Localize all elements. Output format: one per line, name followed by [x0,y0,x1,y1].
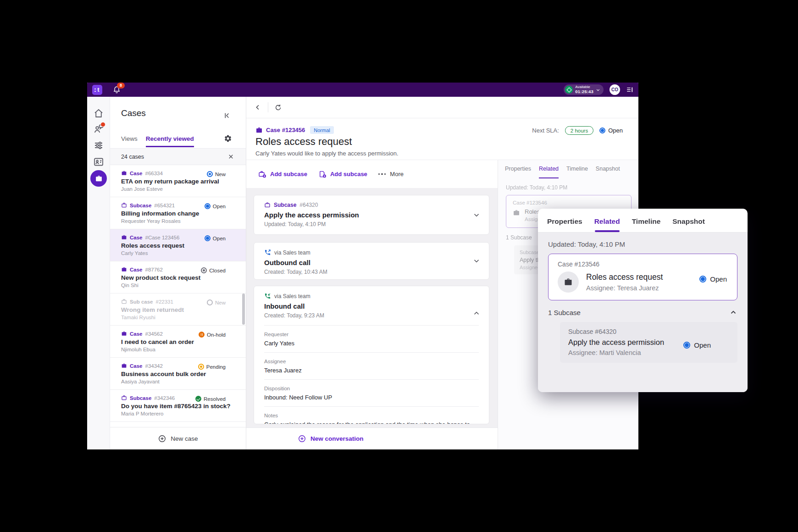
subcase-type: Subcase [274,202,296,208]
chevron-down-icon[interactable] [472,211,481,219]
side-panel-tabs: Properties Related Timeline Snapshot [498,160,638,178]
tab-recently-viewed[interactable]: Recently viewed [146,135,194,147]
case-list-item[interactable]: Case#34342 Business account bulk order A… [110,358,246,390]
case-type: Case [130,267,143,272]
logo-glyph: t [95,87,99,93]
inbound-call-meta: Created: Today, 9:23 AM [264,312,479,319]
panel-toggle-icon[interactable] [626,86,634,94]
overlay-body: Updated: Today, 4:10 PM Case #123546 Rol… [538,233,748,392]
agents-icon[interactable] [93,123,104,134]
case-list-item[interactable]: Case#66334 ETA on my return package arri… [110,165,246,197]
field-requester: Requester Carly Yates [264,325,479,352]
status-label: Open [213,236,226,241]
tab-properties[interactable]: Properties [547,217,582,232]
inbound-call-icon [264,293,271,299]
tab-related[interactable]: Related [594,217,620,232]
case-title: New product stock request [121,274,226,281]
case-nav-toolbar [246,97,638,118]
case-list-item[interactable]: Case#87762 New product stock request Qin… [110,261,246,294]
case-subtitle: Tamaki Ryushi [121,315,226,320]
notifications-button[interactable]: 8 [112,85,122,94]
talkdesk-logo[interactable]: t [92,85,102,95]
field-notes: Notes Carly explained the reason for the… [264,406,479,424]
plus-circle-icon [298,434,306,443]
overlay-tabs: Properties Related Timeline Snapshot [538,209,748,233]
outbound-call-card[interactable]: via Sales team Outbound call Created: To… [254,242,489,280]
inbound-call-card[interactable]: via Sales team Inbound call Created: Tod… [254,286,489,424]
tab-related[interactable]: Related [539,166,559,178]
related-case-card[interactable]: Case #123546 Roles access request Assign… [548,254,737,300]
case-type: Subcase [130,395,151,401]
chevron-down-icon[interactable] [472,257,481,265]
case-id: #34342 [145,363,163,369]
case-icon [255,127,263,134]
case-subtitle: Juan Jose Esteve [121,186,226,192]
subcase-id: #64320 [299,202,318,208]
user-avatar[interactable]: CO [610,84,620,95]
case-title: ETA on my return package arrival [121,178,226,185]
cases-tabs: Views Recently viewed [121,135,194,147]
more-button[interactable]: More [378,171,404,177]
tab-snapshot[interactable]: Snapshot [672,217,705,232]
case-id: #66334 [145,171,163,176]
tab-properties[interactable]: Properties [505,166,531,178]
case-list-item[interactable]: Case#34562 I need to cancel an order Nji… [110,326,246,358]
status-label: Open [694,341,711,349]
refresh-icon[interactable] [274,104,282,111]
chevron-up-icon[interactable] [472,309,481,317]
workflow-icon[interactable] [93,140,104,151]
subcase-card[interactable]: Subcase #64320 Apply the access permissi… [254,195,489,235]
briefcase-plus-icon [258,170,266,178]
conversation-list: Subcase #64320 Apply the access permissi… [246,188,498,427]
presence-status-button[interactable]: Available 01:25:43 [564,84,604,95]
case-list-item-selected[interactable]: Case#Case 123456 Roles access request Ca… [110,229,246,261]
field-label: Assignee [264,359,479,364]
contacts-icon[interactable] [93,156,104,167]
case-list-item-disabled[interactable]: Sub case#22331 Wrong item returnedt Tama… [110,294,246,326]
status-new-disabled-icon [207,299,213,305]
more-label: More [390,171,404,177]
gear-icon[interactable] [224,134,232,143]
field-label: Requester [264,332,479,337]
new-case-button[interactable]: New case [110,427,246,449]
tab-snapshot[interactable]: Snapshot [596,166,620,178]
case-avatar [558,272,579,293]
chevron-up-icon[interactable] [729,308,737,316]
status-open-icon [699,276,706,283]
case-description: Carly Yates would like to apply the acce… [255,150,399,157]
case-status[interactable]: Open [599,127,623,134]
app-nav-rail [87,97,110,449]
related-subcase-card[interactable]: Subcase #64320 Apply the access permissi… [560,322,737,363]
tab-timeline[interactable]: Timeline [566,166,588,178]
case-title: Roles access request [121,242,226,249]
subcase-icon [121,202,127,208]
case-id: #87762 [145,267,163,272]
field-value: Carly Yates [264,340,479,347]
tab-views[interactable]: Views [121,135,138,147]
add-subcase-doc-button[interactable]: Add subcase [318,170,367,178]
top-bar: t 8 Available 01:25:43 CO [87,83,638,97]
case-id: #342346 [154,395,175,401]
tab-timeline[interactable]: Timeline [632,217,661,232]
close-icon[interactable] [228,154,234,160]
case-number: Case #123456 [266,127,305,133]
status-label: Resolved [204,396,226,402]
home-icon[interactable] [93,108,104,119]
status-label: Pending [206,364,226,370]
case-list-item[interactable]: Subcase#654321 Billing information chang… [110,197,246,229]
related-case-id: Case #123546 [558,260,728,268]
apps-grid-button[interactable] [94,433,103,442]
add-subcase-button[interactable]: Add subcase [258,170,307,178]
case-type: Case [130,331,143,337]
subcase-icon [121,299,127,305]
scrollbar-thumb[interactable] [242,294,245,325]
back-icon[interactable] [254,103,262,111]
cases-nav-active[interactable] [90,170,107,187]
new-conversation-button[interactable]: New conversation [246,427,498,449]
subcase-count-label: 1 Subcase [506,234,532,241]
status-label: Open [213,204,226,209]
add-subcase-label: Add subcase [270,171,307,177]
case-list-item[interactable]: Subcase#342346 Do you have item #8765423… [110,390,246,422]
conversation-column: Add subcase Add subcase More Subcase [246,160,498,449]
collapse-panel-icon[interactable] [223,111,231,120]
